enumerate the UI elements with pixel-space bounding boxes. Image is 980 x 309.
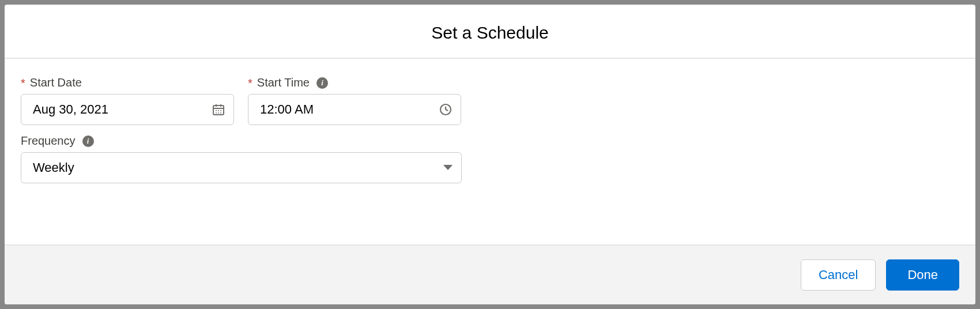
cancel-button-label: Cancel bbox=[819, 267, 858, 282]
svg-point-7 bbox=[216, 112, 217, 114]
chevron-down-icon[interactable] bbox=[443, 164, 453, 171]
done-button-label: Done bbox=[907, 267, 938, 282]
schedule-dialog: Set a Schedule * Start Date Aug 30, 2021 bbox=[5, 5, 975, 304]
dialog-header: Set a Schedule bbox=[5, 5, 975, 59]
start-time-label-row: * Start Time i bbox=[248, 76, 461, 89]
frequency-field: Frequency i Weekly bbox=[21, 134, 462, 183]
clock-icon[interactable] bbox=[439, 103, 453, 116]
cancel-button[interactable]: Cancel bbox=[801, 259, 876, 291]
frequency-label: Frequency bbox=[21, 134, 76, 148]
start-date-input-wrap[interactable]: Aug 30, 2021 bbox=[21, 94, 234, 125]
start-time-label: Start Time bbox=[257, 76, 310, 89]
info-icon[interactable]: i bbox=[82, 135, 94, 147]
required-asterisk: * bbox=[248, 77, 252, 89]
done-button[interactable]: Done bbox=[886, 259, 959, 291]
svg-point-5 bbox=[218, 110, 219, 111]
svg-point-6 bbox=[220, 110, 221, 111]
dialog-footer: Cancel Done bbox=[5, 246, 975, 304]
frequency-select[interactable]: Weekly bbox=[21, 152, 462, 183]
start-time-input-wrap[interactable]: 12:00 AM bbox=[248, 94, 461, 125]
svg-point-8 bbox=[218, 112, 219, 114]
start-time-input[interactable]: 12:00 AM bbox=[260, 102, 432, 117]
dialog-title: Set a Schedule bbox=[5, 23, 975, 43]
svg-point-9 bbox=[220, 112, 221, 114]
dialog-body: * Start Date Aug 30, 2021 bbox=[5, 59, 975, 246]
start-date-field: * Start Date Aug 30, 2021 bbox=[21, 76, 234, 125]
frequency-label-row: Frequency i bbox=[21, 134, 462, 148]
info-icon[interactable]: i bbox=[316, 77, 328, 89]
required-asterisk: * bbox=[21, 77, 25, 89]
frequency-value[interactable]: Weekly bbox=[33, 160, 432, 175]
field-row-1: * Start Date Aug 30, 2021 bbox=[21, 76, 959, 125]
start-time-field: * Start Time i 12:00 AM bbox=[248, 76, 461, 125]
start-date-label: Start Date bbox=[30, 76, 82, 89]
field-row-2: Frequency i Weekly bbox=[21, 134, 959, 183]
svg-line-12 bbox=[446, 110, 448, 111]
svg-point-4 bbox=[216, 110, 217, 111]
start-date-label-row: * Start Date bbox=[21, 76, 234, 89]
start-date-input[interactable]: Aug 30, 2021 bbox=[33, 102, 205, 117]
calendar-icon[interactable] bbox=[212, 103, 225, 116]
